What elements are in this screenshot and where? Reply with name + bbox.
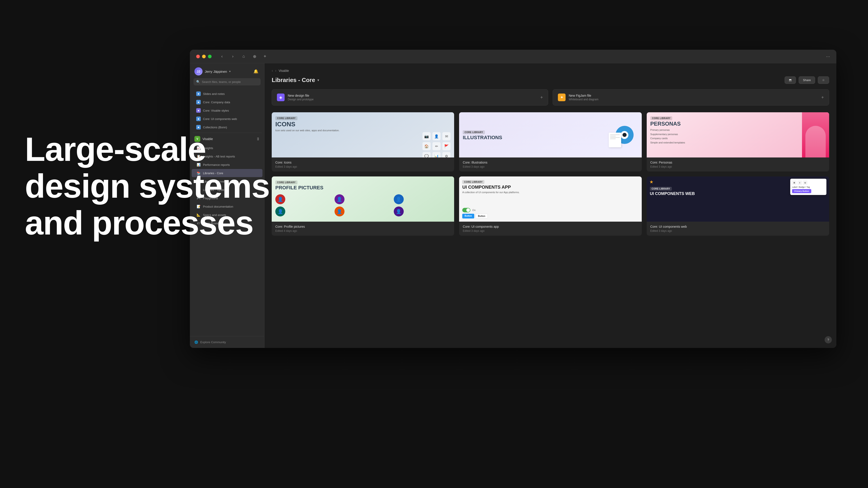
sidebar-item-collections[interactable]: ■ Collections (Bonn) [192, 123, 262, 131]
share-label: Share [803, 78, 811, 82]
toggle-row: On [462, 208, 638, 213]
profile-avatar-1: 👤 [275, 194, 285, 204]
profile-avatar-5: 👤 [335, 206, 344, 217]
illus-card-info: Core: Illustrations Edited 3 days ago [459, 158, 642, 171]
persona-item-4: Simple and extended templates [650, 140, 798, 145]
project-card-profiles[interactable]: CORE LIBRARY PROFILE PICTURES 👤 👤 👤 👤 👤 … [272, 176, 454, 236]
personas-card-title: Core: Personas [650, 161, 826, 164]
avatar: JJ [194, 67, 203, 75]
icons-lib-desc: Icon sets used on our web sites, apps an… [275, 129, 451, 132]
personas-lib-title: PERSONAS [650, 121, 798, 127]
illus-lib-title: ILLUSTRATIONS [463, 135, 611, 140]
bold-btn: B [792, 181, 797, 185]
profiles-card-title: Core: Profile pictures [275, 225, 451, 228]
minimize-button[interactable] [202, 55, 206, 58]
sidebar-item-label: Collections (Bonn) [203, 126, 227, 129]
persona-item-3: Company cards [650, 136, 798, 140]
project-card-icons[interactable]: CORE LIBRARY ICONS Icon sets used on our… [272, 112, 454, 171]
user-menu[interactable]: JJ Jerry Jäppinen ▾ [194, 67, 230, 75]
explore-icon: 🌐 [194, 340, 198, 344]
project-card-ui-web[interactable]: ★ CORE LIBRARY UI COMPONENTS WEB B I U L… [647, 176, 829, 236]
back-arrow-icon[interactable]: ‹ [219, 53, 225, 60]
help-button[interactable]: ? [825, 336, 832, 344]
web-preview-text: Label • Badge • Tag [792, 186, 825, 188]
title-dropdown-icon[interactable]: ▾ [317, 78, 319, 82]
project-card-ui-app[interactable]: CORE LIBRARY UI COMPONENTS APP A collect… [459, 176, 642, 236]
breadcrumb-text: Visable [279, 69, 289, 72]
ui-app-preview: On Button Button [462, 208, 638, 219]
search-icon: 🔍 [196, 80, 200, 84]
new-figjam-left: ✦ New FigJam file Whiteboard and diagram [558, 94, 598, 101]
page-title-row: Libraries - Core ▾ ⬒ Share ☆ [272, 76, 829, 84]
ui-web-icon: ■ [196, 117, 201, 121]
back-nav-icon[interactable]: ‹ [272, 69, 273, 73]
ui-app-header: CORE LIBRARY UI COMPONENTS APP A collect… [462, 180, 638, 194]
star-button[interactable]: ☆ [818, 76, 829, 84]
explore-community-btn[interactable]: 🌐 Explore Community [194, 339, 260, 345]
profile-avatar-6: 👤 [394, 206, 404, 217]
forward-arrow-icon[interactable]: › [230, 53, 236, 60]
export-button[interactable]: ⬒ [784, 76, 796, 84]
figjam-file-icon: ✦ [558, 94, 565, 101]
icons-card-title: Core: Icons [275, 161, 451, 164]
web-preview-panel: B I U Label • Badge • Tag Primary Button [790, 179, 827, 195]
home-icon[interactable]: ⌂ [241, 53, 247, 60]
design-file-icon: ◈ [277, 94, 285, 101]
card-thumbnail-illustrations: CORE LIBRARY ILLUSTRATIONS [459, 112, 642, 158]
persona-silhouette [805, 126, 826, 158]
icons-card-info: Core: Icons Edited 3 days ago [272, 158, 454, 171]
forward-nav-icon[interactable]: › [275, 69, 276, 73]
sidebar-item-core-ui-web[interactable]: ■ Core: UI components web [192, 115, 262, 123]
search-input[interactable] [202, 80, 258, 84]
doc-line-1 [610, 134, 620, 135]
illus-visual [611, 121, 638, 149]
outline-button-preview: Button [475, 214, 488, 219]
nav-controls: ‹ › ⌂ ⊕ + [219, 53, 268, 60]
chevron-down-icon: ▾ [229, 70, 230, 73]
sidebar-item-slides-notes[interactable]: ■ Slides and notes [192, 90, 262, 98]
profile-avatar-2: 👤 [335, 194, 344, 204]
sidebar-item-core-company[interactable]: ■ Core: Company data [192, 98, 262, 106]
share-button[interactable]: Share [799, 76, 815, 84]
card-thumbnail-ui-web: ★ CORE LIBRARY UI COMPONENTS WEB B I U L… [647, 176, 829, 222]
personas-badge: CORE LIBRARY [650, 116, 673, 120]
icon-preview-1: 📷 [423, 132, 431, 140]
maximize-button[interactable] [208, 55, 212, 58]
globe-icon[interactable]: ⊕ [251, 53, 258, 60]
new-design-file-card[interactable]: ◈ New design file Design and prototype + [272, 89, 548, 105]
notification-icon[interactable]: 🔔 [252, 68, 260, 75]
doc-illustration [609, 133, 621, 147]
add-design-file-icon[interactable]: + [540, 95, 543, 100]
ui-web-card-info: Core: UI components web Edited 3 days ag… [647, 222, 829, 236]
profiles-lib-title: PROFILE PICTURES [275, 185, 451, 190]
toggle-label-on: On [472, 209, 475, 212]
app-window: ‹ › ⌂ ⊕ + ⋯ JJ Jerry Jäppinen ▾ 🔔 🔍 [190, 50, 836, 348]
add-figjam-file-icon[interactable]: + [821, 95, 824, 100]
eye-inner [620, 131, 628, 139]
web-primary-button: Primary Button [792, 189, 811, 193]
ui-app-badge: CORE LIBRARY [462, 180, 485, 184]
search-bar[interactable]: 🔍 [193, 78, 260, 86]
doc-line-2 [610, 136, 616, 136]
new-figjam-file-card[interactable]: ✦ New FigJam file Whiteboard and diagram… [553, 89, 829, 105]
sidebar-item-core-visable[interactable]: ■ Core: Visable styles [192, 106, 262, 115]
close-button[interactable] [196, 55, 200, 58]
icons-card-left: CORE LIBRARY ICONS Icon sets used on our… [275, 116, 451, 132]
project-card-illustrations[interactable]: CORE LIBRARY ILLUSTRATIONS [459, 112, 642, 171]
app-body: JJ Jerry Jäppinen ▾ 🔔 🔍 ■ Slides and not… [190, 63, 836, 348]
toggle-switch [462, 208, 470, 213]
card-thumbnail-profiles: CORE LIBRARY PROFILE PICTURES 👤 👤 👤 👤 👤 … [272, 176, 454, 222]
new-file-left: ◈ New design file Design and prototype [277, 94, 313, 101]
explore-label: Explore Community [200, 340, 226, 344]
italic-btn: I [798, 181, 802, 185]
project-card-personas[interactable]: CORE LIBRARY PERSONAS Primary personas S… [647, 112, 829, 171]
icons-lib-title: ICONS [275, 121, 451, 127]
more-options-btn[interactable]: ⋯ [826, 54, 830, 59]
icon-preview-6: 🚩 [442, 142, 451, 150]
titlebar: ‹ › ⌂ ⊕ + ⋯ [190, 50, 836, 63]
persona-item-2: Supplementary personas [650, 132, 798, 136]
illus-card-title: Core: Illustrations [463, 161, 638, 164]
add-tab-button[interactable]: + [262, 54, 268, 59]
profile-grid: 👤 👤 👤 👤 👤 👤 [275, 194, 451, 217]
slides-icon: ■ [196, 92, 201, 96]
